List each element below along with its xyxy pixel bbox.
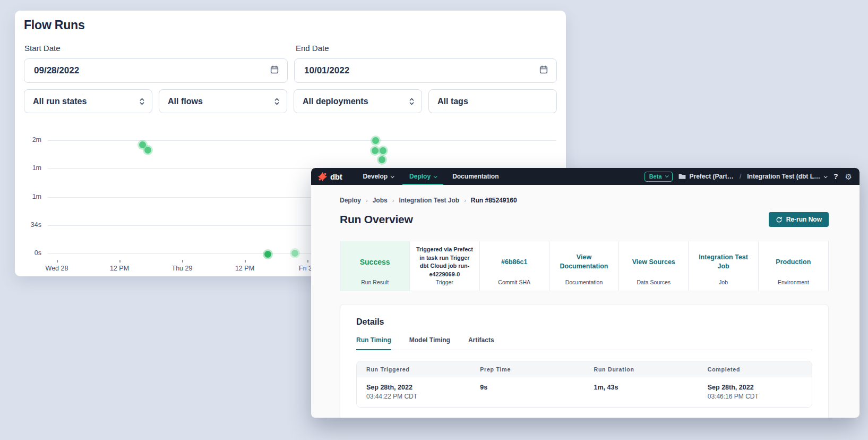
flow-run-point[interactable]	[379, 156, 385, 163]
flow-run-point[interactable]	[144, 147, 151, 154]
details-card: Details Run TimingModel TimingArtifacts …	[340, 304, 829, 418]
dbt-cloud-window: dbt Develop Deploy Documentation Beta Pr…	[311, 168, 860, 418]
dbt-logo[interactable]: dbt	[317, 168, 342, 185]
card-value[interactable]: #6b86c1	[501, 258, 527, 267]
refresh-icon	[776, 216, 783, 223]
chevron-down-icon	[824, 174, 828, 178]
summary-card-job[interactable]: Integration Test Job Job	[689, 241, 758, 291]
calendar-icon[interactable]	[270, 65, 279, 77]
card-label: Run Result	[345, 279, 405, 287]
table-cell: 9s	[470, 384, 584, 400]
card-label: Documentation	[554, 279, 614, 287]
nav-item-label: Develop	[363, 173, 388, 180]
chart-x-tick-label: Wed 28	[38, 265, 75, 272]
table-cell: Sep 28th, 2022 03:46:16 PM CDT	[698, 384, 812, 400]
chart-x-tick	[307, 260, 308, 263]
select-chevrons-icon	[409, 97, 415, 106]
card-value[interactable]: View Sources	[632, 258, 675, 267]
breadcrumb: Deploy›Jobs›Integration Test Job›Run #85…	[340, 197, 829, 204]
cell-primary-text: Sep 28th, 2022	[366, 384, 470, 391]
flow-run-point[interactable]	[291, 250, 298, 257]
breadcrumb-item-integration-test-job[interactable]: Integration Test Job	[399, 197, 459, 204]
flow-run-point[interactable]	[372, 147, 379, 154]
cell-primary-text: 1m, 43s	[594, 384, 698, 391]
chart-y-tick-label: 2m	[15, 136, 41, 143]
project-name: Prefect (Part…	[690, 173, 734, 180]
tab-model-timing[interactable]: Model Timing	[409, 336, 450, 350]
card-value[interactable]: Integration Test Job	[693, 253, 753, 271]
tab-artifacts[interactable]: Artifacts	[468, 336, 494, 350]
select-value: All tags	[437, 97, 468, 106]
nav-item-deploy[interactable]: Deploy	[402, 168, 443, 185]
summary-card-environment[interactable]: Production Environment	[759, 241, 828, 291]
beta-dropdown[interactable]: Beta	[644, 172, 673, 182]
chevron-down-icon	[391, 174, 394, 178]
title-row: Run Overview Re-run Now	[340, 212, 829, 227]
select-value: All deployments	[303, 97, 368, 106]
end-date-label: End Date	[296, 44, 329, 53]
chart-y-tick-label: 34s	[15, 221, 41, 229]
card-value[interactable]: Production	[776, 258, 811, 267]
breadcrumb-separator: ›	[366, 197, 368, 204]
run-timing-table: Run TriggeredPrep TimeRun DurationComple…	[356, 361, 812, 408]
nav-item-develop[interactable]: Develop	[356, 168, 400, 185]
dbt-logo-icon	[317, 172, 328, 182]
end-date-input[interactable]: 10/01/2022	[294, 58, 557, 83]
summary-card-commit-sha[interactable]: #6b86c1 Commit SHA	[480, 241, 549, 291]
summary-card-documentation[interactable]: View Documentation Documentation	[549, 241, 619, 291]
environment-selector[interactable]: Integration Test (dbt L…	[747, 173, 827, 180]
start-date-input[interactable]: 09/28/2022	[24, 58, 288, 83]
flow-run-point[interactable]	[380, 147, 386, 154]
column-header-run-duration: Run Duration	[585, 366, 698, 373]
select-chevrons-icon	[274, 97, 280, 106]
gear-icon[interactable]: ⚙	[845, 173, 852, 181]
table-row: Sep 28th, 2022 03:44:22 PM CDT 9s 1m, 43…	[357, 377, 812, 407]
breadcrumb-separator: ›	[392, 197, 394, 204]
card-value[interactable]: View Documentation	[554, 253, 614, 271]
project-selector[interactable]: Prefect (Part…	[678, 173, 734, 180]
flow-run-point[interactable]	[372, 137, 379, 144]
page-title: Flow Runs	[24, 18, 84, 32]
breadcrumb-item-deploy[interactable]: Deploy	[340, 197, 361, 204]
summary-card-run-result: Success Run Result	[340, 241, 410, 291]
card-label: Job	[693, 279, 753, 287]
chart-y-tick-label: 1m	[15, 164, 41, 172]
breadcrumb-item-jobs[interactable]: Jobs	[373, 197, 388, 204]
card-value: Success	[360, 258, 390, 266]
details-title: Details	[356, 317, 812, 327]
select-value: All flows	[168, 97, 203, 106]
dbt-content: Deploy›Jobs›Integration Test Job›Run #85…	[311, 185, 860, 418]
path-separator: /	[740, 173, 741, 180]
card-label: Environment	[763, 279, 823, 287]
summary-card-data-sources[interactable]: View Sources Data Sources	[619, 241, 689, 291]
rerun-now-button[interactable]: Re-run Now	[769, 212, 829, 227]
nav-item-label: Deploy	[409, 173, 431, 180]
help-button[interactable]: ?	[832, 172, 839, 181]
tab-run-timing[interactable]: Run Timing	[356, 336, 391, 350]
chart-x-tick	[57, 260, 58, 263]
chart-x-tick-label: 12 PM	[101, 265, 138, 272]
folder-icon	[678, 173, 686, 180]
dbt-nav-right: Beta Prefect (Part… / Integration Test (…	[644, 168, 852, 185]
card-label: Data Sources	[624, 279, 683, 287]
start-date-label: Start Date	[24, 44, 61, 53]
filter-select-all-deployments[interactable]: All deployments	[294, 89, 422, 113]
nav-item-label: Documentation	[452, 173, 499, 180]
filter-select-all-tags[interactable]: All tags	[428, 89, 557, 113]
select-value: All run states	[33, 97, 87, 106]
filter-select-all-flows[interactable]: All flows	[159, 89, 287, 113]
calendar-icon[interactable]	[539, 65, 548, 77]
nav-item-documentation[interactable]: Documentation	[445, 168, 505, 185]
card-value: Triggered via Prefect in task run Trigge…	[415, 246, 474, 279]
cell-primary-text: 9s	[480, 384, 584, 391]
flow-run-point[interactable]	[264, 251, 271, 258]
table-cell: 1m, 43s	[585, 384, 698, 400]
filter-select-all-run-states[interactable]: All run states	[24, 89, 152, 113]
chevron-down-icon	[665, 174, 668, 177]
cell-secondary-text: 03:44:22 PM CDT	[366, 393, 470, 400]
details-tabs: Run TimingModel TimingArtifacts	[356, 336, 812, 350]
dbt-navbar: dbt Develop Deploy Documentation Beta Pr…	[311, 168, 860, 185]
table-cell: Sep 28th, 2022 03:44:22 PM CDT	[357, 384, 470, 400]
column-header-completed: Completed	[698, 366, 812, 373]
flow-run-point[interactable]	[139, 141, 146, 148]
